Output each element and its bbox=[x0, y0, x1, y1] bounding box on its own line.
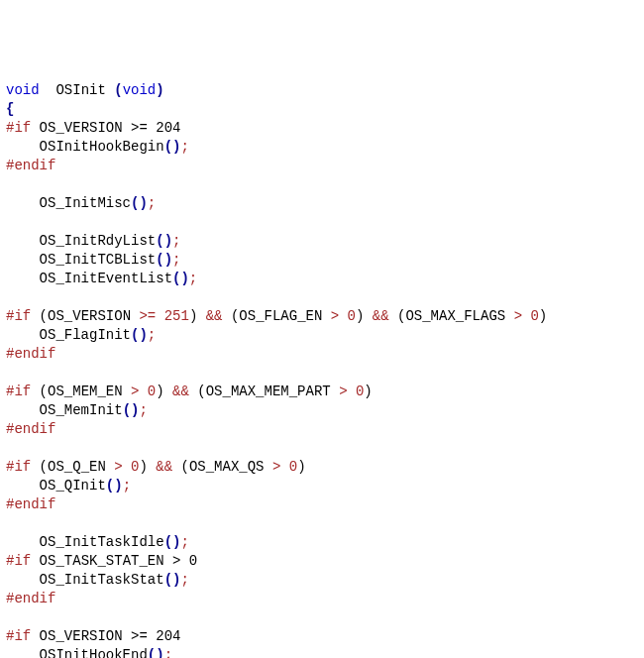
number: 0 bbox=[348, 308, 356, 324]
function-call: OS_InitMisc bbox=[40, 195, 131, 211]
indent bbox=[6, 327, 40, 343]
identifier: OS_VERSION bbox=[48, 308, 139, 324]
identifier: OS_Q_EN bbox=[48, 459, 114, 475]
semicolon: ; bbox=[172, 233, 180, 249]
paren: ( bbox=[197, 384, 205, 399]
code-line: OSInitHookBegin(); bbox=[6, 139, 189, 155]
code-line: #endif bbox=[6, 591, 55, 606]
preprocessor: #if bbox=[6, 553, 31, 569]
pp-cond: OS_TASK_STAT_EN > 0 bbox=[31, 553, 197, 569]
paren: ) bbox=[139, 459, 156, 475]
number: 251 bbox=[164, 308, 189, 324]
indent bbox=[6, 195, 40, 211]
operator: && bbox=[156, 459, 180, 475]
identifier: OS_MAX_MEM_PART bbox=[206, 384, 339, 399]
semicolon: ; bbox=[164, 647, 172, 658]
function-name: OSInit bbox=[55, 82, 114, 98]
operator: >= bbox=[139, 308, 163, 324]
operator: && bbox=[172, 384, 197, 399]
operator: && bbox=[206, 308, 231, 324]
keyword: void bbox=[123, 82, 157, 98]
paren: () bbox=[106, 478, 123, 494]
indent bbox=[6, 478, 40, 494]
semicolon: ; bbox=[139, 402, 147, 418]
paren: ) bbox=[189, 308, 206, 324]
code-line: OS_InitTCBList(); bbox=[6, 252, 180, 268]
paren: ( bbox=[31, 384, 48, 399]
semicolon: ; bbox=[189, 271, 197, 286]
code-line: #if (OS_MEM_EN > 0) && (OS_MAX_MEM_PART … bbox=[6, 384, 373, 399]
code-line: #if (OS_VERSION >= 251) && (OS_FLAG_EN >… bbox=[6, 308, 547, 324]
code-line: OS_InitRdyList(); bbox=[6, 233, 180, 249]
indent bbox=[6, 572, 40, 588]
code-line: #endif bbox=[6, 158, 55, 173]
pp-cond: OS_VERSION >= 204 bbox=[31, 120, 180, 136]
paren: () bbox=[164, 572, 181, 588]
operator: > bbox=[131, 384, 148, 399]
indent bbox=[6, 252, 40, 268]
preprocessor: #if bbox=[6, 628, 31, 644]
paren: ( bbox=[181, 459, 189, 475]
function-call: OS_InitEventList bbox=[40, 271, 172, 286]
function-call: OS_InitTCBList bbox=[40, 252, 157, 268]
paren: () bbox=[131, 327, 148, 343]
paren: () bbox=[148, 647, 164, 658]
code-line: #if OS_VERSION >= 204 bbox=[6, 628, 180, 644]
indent bbox=[6, 271, 40, 286]
code-line: OS_InitTaskStat(); bbox=[6, 572, 189, 588]
operator: > bbox=[331, 308, 348, 324]
code-line: OS_MemInit(); bbox=[6, 402, 148, 418]
preprocessor: #endif bbox=[6, 421, 55, 437]
code-line: OS_FlagInit(); bbox=[6, 327, 156, 343]
paren: ( bbox=[31, 459, 48, 475]
keyword: void bbox=[6, 82, 40, 98]
function-call: OSInitHookEnd bbox=[40, 647, 148, 658]
paren: ) bbox=[356, 308, 373, 324]
function-call: OS_InitRdyList bbox=[40, 233, 157, 249]
code-line: #if (OS_Q_EN > 0) && (OS_MAX_QS > 0) bbox=[6, 459, 306, 475]
identifier: OS_MAX_FLAGS bbox=[405, 308, 513, 324]
paren: () bbox=[131, 195, 148, 211]
identifier: OS_FLAG_EN bbox=[239, 308, 330, 324]
code-line: #endif bbox=[6, 346, 55, 362]
number: 0 bbox=[289, 459, 297, 475]
code-line: OS_InitEventList(); bbox=[6, 271, 197, 286]
paren: ) bbox=[156, 82, 163, 98]
preprocessor: #if bbox=[6, 384, 31, 399]
function-call: OS_InitTaskStat bbox=[40, 572, 164, 588]
source-code: void OSInit (void) { #if OS_VERSION >= 2… bbox=[6, 81, 638, 658]
paren: ( bbox=[114, 82, 122, 98]
code-line: OS_InitMisc(); bbox=[6, 195, 156, 211]
number: 0 bbox=[530, 308, 538, 324]
paren: () bbox=[172, 271, 189, 286]
indent bbox=[6, 233, 40, 249]
code-line: OS_InitTaskIdle(); bbox=[6, 534, 189, 550]
identifier: OS_MEM_EN bbox=[48, 384, 131, 399]
operator: && bbox=[373, 308, 397, 324]
code-line: #if OS_TASK_STAT_EN > 0 bbox=[6, 553, 197, 569]
paren: ) bbox=[156, 384, 172, 399]
semicolon: ; bbox=[180, 139, 188, 155]
code-line: { bbox=[6, 101, 14, 117]
paren: ( bbox=[31, 308, 48, 324]
identifier: OS_MAX_QS bbox=[189, 459, 272, 475]
code-line: OSInitHookEnd(); bbox=[6, 647, 172, 658]
code-line: void OSInit (void) bbox=[6, 82, 164, 98]
paren: () bbox=[123, 402, 140, 418]
paren: () bbox=[156, 252, 172, 268]
code-line: #if OS_VERSION >= 204 bbox=[6, 120, 180, 136]
paren: ) bbox=[364, 384, 372, 399]
brace: { bbox=[6, 101, 14, 117]
operator: > bbox=[514, 308, 531, 324]
semicolon: ; bbox=[148, 195, 156, 211]
preprocessor: #if bbox=[6, 120, 31, 136]
semicolon: ; bbox=[180, 534, 188, 550]
operator: > bbox=[114, 459, 131, 475]
code-line: #endif bbox=[6, 496, 55, 512]
paren: () bbox=[164, 139, 181, 155]
operator: > bbox=[272, 459, 289, 475]
function-call: OS_FlagInit bbox=[40, 327, 131, 343]
function-call: OS_InitTaskIdle bbox=[40, 534, 164, 550]
preprocessor: #endif bbox=[6, 591, 55, 606]
semicolon: ; bbox=[172, 252, 180, 268]
